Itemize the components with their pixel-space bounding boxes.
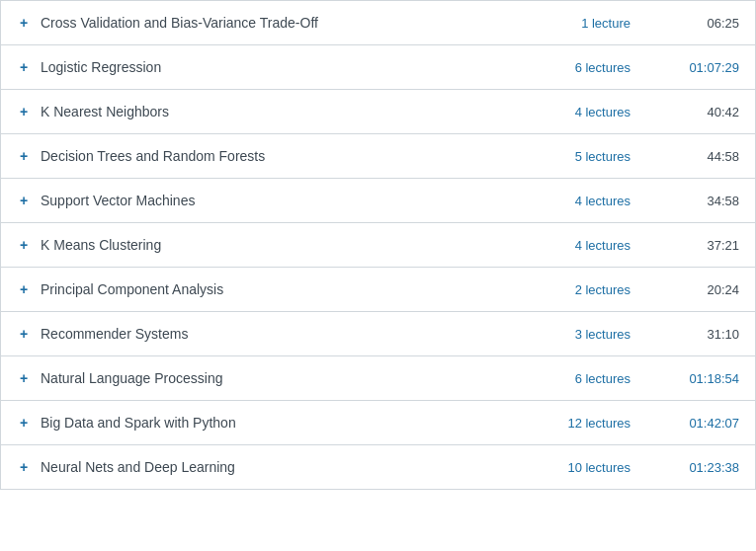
duration: 01:42:07 [670,416,739,431]
expand-button[interactable]: + [17,281,31,297]
duration: 01:07:29 [670,60,739,75]
course-row: +Natural Language Processing6 lectures01… [1,356,755,401]
lecture-count: 4 lectures [532,105,630,119]
expand-button[interactable]: + [17,148,31,164]
course-row: +Neural Nets and Deep Learning10 lecture… [1,445,755,489]
duration: 20:24 [670,282,739,297]
duration: 40:42 [670,105,739,119]
course-title: Decision Trees and Random Forests [41,148,532,164]
duration: 01:23:38 [670,460,739,475]
expand-button[interactable]: + [17,59,31,75]
duration: 44:58 [670,149,739,164]
lecture-count: 6 lectures [532,60,630,75]
expand-button[interactable]: + [17,370,31,386]
lecture-count: 4 lectures [532,194,630,208]
course-title: Recommender Systems [41,326,532,342]
course-title: Logistic Regression [41,59,532,75]
course-title: Natural Language Processing [41,370,532,386]
course-row: +Decision Trees and Random Forests5 lect… [1,134,755,179]
expand-button[interactable]: + [17,104,31,119]
expand-button[interactable]: + [17,15,31,31]
duration: 06:25 [670,16,739,31]
expand-button[interactable]: + [17,415,31,431]
expand-button[interactable]: + [17,237,31,253]
lecture-count: 3 lectures [532,327,630,342]
course-title: K Nearest Neighbors [41,104,532,119]
lecture-count: 1 lecture [532,16,630,31]
course-row: +Logistic Regression6 lectures01:07:29 [1,45,755,90]
lecture-count: 5 lectures [532,149,630,164]
duration: 31:10 [670,327,739,342]
course-title: K Means Clustering [41,237,532,253]
course-row: +Support Vector Machines4 lectures34:58 [1,179,755,223]
course-title: Big Data and Spark with Python [41,415,532,431]
course-row: +Big Data and Spark with Python12 lectur… [1,401,755,445]
lecture-count: 12 lectures [532,416,630,431]
course-title: Neural Nets and Deep Learning [41,459,532,475]
course-row: +Recommender Systems3 lectures31:10 [1,312,755,356]
course-row: +Principal Component Analysis2 lectures2… [1,268,755,312]
course-row: +K Means Clustering4 lectures37:21 [1,223,755,268]
duration: 37:21 [670,238,739,253]
expand-button[interactable]: + [17,459,31,475]
course-list: +Cross Validation and Bias-Variance Trad… [0,0,756,490]
duration: 01:18:54 [670,371,739,386]
course-row: +K Nearest Neighbors4 lectures40:42 [1,90,755,134]
lecture-count: 6 lectures [532,371,630,386]
expand-button[interactable]: + [17,326,31,342]
course-title: Cross Validation and Bias-Variance Trade… [41,15,532,31]
lecture-count: 2 lectures [532,282,630,297]
course-row: +Cross Validation and Bias-Variance Trad… [1,1,755,45]
lecture-count: 4 lectures [532,238,630,253]
course-title: Support Vector Machines [41,193,532,208]
lecture-count: 10 lectures [532,460,630,475]
expand-button[interactable]: + [17,193,31,208]
course-title: Principal Component Analysis [41,281,532,297]
duration: 34:58 [670,194,739,208]
